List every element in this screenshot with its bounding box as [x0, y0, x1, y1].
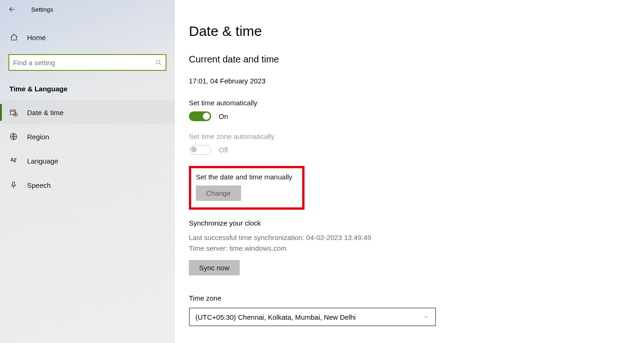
timezone-dropdown[interactable]: (UTC+05:30) Chennai, Kolkata, Mumbai, Ne… — [189, 308, 436, 326]
auto-time-toggle[interactable] — [189, 111, 211, 121]
arrow-left-icon — [8, 5, 16, 14]
microphone-icon — [8, 181, 19, 189]
auto-tz-toggle — [189, 145, 211, 155]
svg-point-0 — [156, 60, 160, 64]
home-icon — [9, 33, 19, 41]
sync-clock-section: Synchronize your clock Last successful t… — [189, 219, 644, 275]
sidebar-category-title: Time & Language — [9, 85, 175, 93]
app-title: Settings — [31, 6, 53, 13]
sidebar-home-label: Home — [27, 34, 46, 41]
sidebar-item-label: Date & time — [27, 109, 63, 117]
auto-tz-setting: Set time zone automatically Off — [189, 132, 644, 155]
sidebar-item-region[interactable]: Region — [0, 124, 175, 149]
svg-rect-1 — [10, 110, 15, 115]
auto-tz-state: Off — [219, 146, 228, 154]
chevron-down-icon — [423, 314, 429, 320]
sync-server: Time server: time.windows.com — [189, 243, 644, 254]
auto-time-state: On — [219, 112, 228, 120]
sidebar: Settings Home Time & Language Date & tim… — [0, 0, 175, 343]
manual-datetime-highlight: Set the date and time manually Change — [189, 166, 305, 210]
search-input[interactable] — [13, 59, 155, 67]
sidebar-home[interactable]: Home — [0, 27, 175, 48]
manual-datetime-label: Set the date and time manually — [196, 173, 297, 181]
sidebar-item-speech[interactable]: Speech — [0, 173, 175, 197]
change-datetime-button[interactable]: Change — [196, 185, 241, 201]
auto-tz-label: Set time zone automatically — [189, 132, 644, 140]
search-icon — [155, 59, 162, 66]
timezone-section: Time zone (UTC+05:30) Chennai, Kolkata, … — [189, 294, 644, 326]
sync-now-button[interactable]: Sync now — [189, 260, 240, 275]
timezone-selected-value: (UTC+05:30) Chennai, Kolkata, Mumbai, Ne… — [195, 313, 356, 321]
current-datetime-heading: Current date and time — [189, 54, 644, 65]
title-bar: Settings — [0, 0, 175, 19]
sidebar-item-label: Speech — [27, 181, 51, 189]
sidebar-item-date-time[interactable]: Date & time — [0, 100, 175, 124]
svg-rect-4 — [13, 182, 15, 185]
auto-time-label: Set time automatically — [189, 99, 644, 107]
sync-clock-heading: Synchronize your clock — [189, 219, 644, 227]
calendar-clock-icon — [8, 108, 19, 117]
main-content: Date & time Current date and time 17:01,… — [175, 0, 644, 343]
current-datetime-value: 17:01, 04 February 2023 — [189, 77, 644, 85]
sidebar-item-language[interactable]: Language — [0, 149, 175, 173]
back-button[interactable] — [5, 2, 20, 17]
timezone-label: Time zone — [189, 294, 644, 302]
sidebar-item-label: Language — [27, 157, 58, 165]
search-box[interactable] — [8, 54, 166, 71]
auto-time-setting: Set time automatically On — [189, 99, 644, 121]
sync-last-success: Last successful time synchronization: 04… — [189, 233, 644, 243]
language-icon — [8, 157, 19, 165]
globe-icon — [8, 132, 19, 141]
sidebar-item-label: Region — [27, 133, 49, 141]
page-title: Date & time — [189, 23, 644, 39]
